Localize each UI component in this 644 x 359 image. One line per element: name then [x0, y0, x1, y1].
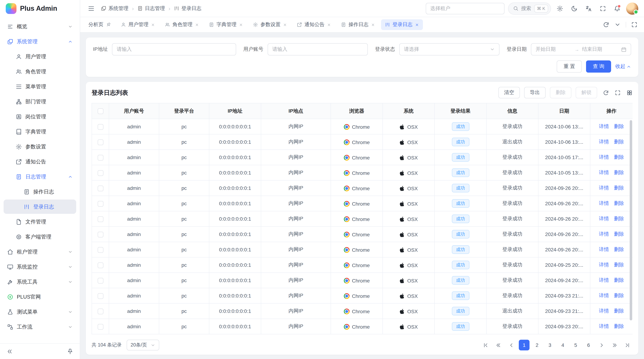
row-checkbox[interactable]	[98, 247, 103, 253]
prev-page-button[interactable]	[506, 340, 517, 351]
table-refresh-icon[interactable]	[603, 90, 609, 96]
last-page-button[interactable]	[622, 340, 632, 351]
reset-button[interactable]: 重 置	[557, 60, 582, 73]
解锁-button[interactable]: 解锁	[576, 87, 597, 98]
refresh-page-icon[interactable]	[601, 19, 612, 30]
tab-分析页[interactable]: 分析页	[84, 19, 115, 30]
detail-link[interactable]: 详情	[599, 185, 609, 191]
sidebar-pin-button[interactable]	[65, 346, 76, 357]
tab-close-icon[interactable]	[415, 23, 419, 27]
tab-close-icon[interactable]	[239, 23, 243, 27]
tab-操作日志[interactable]: 操作日志	[337, 19, 379, 30]
tab-角色管理[interactable]: 角色管理	[161, 19, 203, 30]
next-page-button[interactable]	[596, 340, 607, 351]
detail-link[interactable]: 详情	[599, 200, 609, 206]
row-checkbox[interactable]	[98, 201, 103, 207]
detail-link[interactable]: 详情	[599, 277, 609, 283]
row-checkbox[interactable]	[98, 139, 103, 145]
user-avatar[interactable]	[626, 2, 638, 14]
select-all-checkbox[interactable]	[98, 108, 103, 114]
breadcrumb-item[interactable]: 系统管理	[101, 5, 128, 12]
清空-button[interactable]: 清空	[498, 87, 520, 98]
fullscreen-icon[interactable]	[598, 3, 608, 14]
breadcrumb-item[interactable]: 登录日志	[174, 5, 202, 12]
notifications-bell-icon[interactable]	[612, 3, 622, 14]
page-1-button[interactable]: 1	[519, 340, 530, 351]
delete-link[interactable]: 删除	[614, 154, 624, 160]
delete-link[interactable]: 删除	[614, 231, 624, 237]
row-checkbox[interactable]	[98, 308, 103, 314]
column-settings-icon[interactable]	[626, 90, 632, 96]
sidebar-item-部门管理[interactable]: 部门管理	[4, 94, 76, 109]
sidebar-item-文件管理[interactable]: 文件管理	[4, 215, 76, 229]
tab-用户管理[interactable]: 用户管理	[117, 19, 159, 30]
jump-back-button[interactable]	[493, 340, 504, 351]
sidebar-item-岗位管理[interactable]: 岗位管理	[4, 109, 76, 124]
sidebar-collapse-button[interactable]	[4, 346, 15, 357]
row-checkbox[interactable]	[98, 124, 103, 130]
filter-input-IP地址[interactable]: 请输入	[112, 43, 236, 55]
tab-通知公告[interactable]: 通知公告	[293, 19, 335, 30]
tab-close-icon[interactable]	[195, 23, 199, 27]
global-search-button[interactable]: 搜索 ⌘ K	[508, 2, 551, 14]
sidebar-item-工作流[interactable]: 工作流	[4, 320, 76, 334]
sidebar-item-字典管理[interactable]: 字典管理	[4, 124, 76, 139]
page-4-button[interactable]: 4	[558, 340, 568, 351]
row-checkbox[interactable]	[98, 324, 103, 330]
tab-close-icon[interactable]	[283, 23, 287, 27]
content-fullscreen-icon[interactable]	[629, 19, 640, 30]
delete-link[interactable]: 删除	[614, 262, 624, 268]
sidebar-item-概览[interactable]: 概览	[4, 19, 76, 34]
sidebar-item-系统监控[interactable]: 系统监控	[4, 260, 76, 274]
search-button[interactable]: 查 询	[586, 60, 611, 73]
sidebar-item-客户端管理[interactable]: 客户端管理	[4, 230, 76, 244]
hamburger-menu-icon[interactable]	[86, 3, 96, 14]
filter-daterange-登录日期[interactable]: 开始日期→结束日期	[531, 43, 631, 55]
page-size-select[interactable]: 20条/页	[127, 340, 159, 351]
detail-link[interactable]: 详情	[599, 139, 609, 144]
sidebar-item-用户管理[interactable]: 用户管理	[4, 49, 76, 64]
page-3-button[interactable]: 3	[544, 340, 555, 351]
settings-gear-icon[interactable]	[554, 3, 565, 14]
delete-link[interactable]: 删除	[614, 216, 624, 221]
detail-link[interactable]: 详情	[599, 262, 609, 268]
jump-forward-button[interactable]	[609, 340, 620, 351]
detail-link[interactable]: 详情	[599, 231, 609, 237]
sidebar-item-租户管理[interactable]: 租户管理	[4, 245, 76, 259]
sidebar-item-测试菜单[interactable]: 测试菜单	[4, 305, 76, 319]
detail-link[interactable]: 详情	[599, 123, 609, 129]
translate-icon[interactable]	[583, 3, 594, 14]
delete-link[interactable]: 删除	[614, 123, 624, 129]
sidebar-item-PLUS官网[interactable]: PLUS官网	[4, 290, 76, 304]
delete-link[interactable]: 删除	[614, 323, 624, 329]
detail-link[interactable]: 详情	[599, 169, 609, 175]
page-5-button[interactable]: 5	[570, 340, 581, 351]
tab-close-icon[interactable]	[327, 23, 331, 27]
detail-link[interactable]: 详情	[599, 246, 609, 252]
row-checkbox[interactable]	[98, 278, 103, 283]
sidebar-item-日志管理[interactable]: 日志管理	[4, 169, 76, 184]
导出-button[interactable]: 导出	[524, 87, 546, 98]
sidebar-item-通知公告[interactable]: 通知公告	[4, 154, 76, 169]
table-scrollbar[interactable]	[630, 120, 632, 320]
first-page-button[interactable]	[480, 340, 491, 351]
detail-link[interactable]: 详情	[599, 293, 609, 298]
sidebar-item-菜单管理[interactable]: 菜单管理	[4, 79, 76, 94]
filter-select-登录状态[interactable]: 请选择	[399, 43, 500, 55]
sidebar-item-登录日志[interactable]: 登录日志	[4, 200, 76, 214]
collapse-filters-link[interactable]: 收起	[616, 63, 631, 70]
sidebar-item-角色管理[interactable]: 角色管理	[4, 64, 76, 79]
row-checkbox[interactable]	[98, 185, 103, 191]
page-6-button[interactable]: 6	[583, 340, 594, 351]
dark-mode-moon-icon[interactable]	[569, 3, 580, 14]
row-checkbox[interactable]	[98, 170, 103, 176]
delete-link[interactable]: 删除	[614, 293, 624, 298]
detail-link[interactable]: 详情	[599, 323, 609, 329]
delete-link[interactable]: 删除	[614, 185, 624, 191]
删除-button[interactable]: 删除	[550, 87, 571, 98]
tenant-select[interactable]: 选择租户	[426, 3, 504, 14]
sidebar-item-系统管理[interactable]: 系统管理	[4, 34, 76, 49]
tab-字典管理[interactable]: 字典管理	[205, 19, 247, 30]
table-fullscreen-icon[interactable]	[615, 90, 621, 96]
delete-link[interactable]: 删除	[614, 139, 624, 144]
